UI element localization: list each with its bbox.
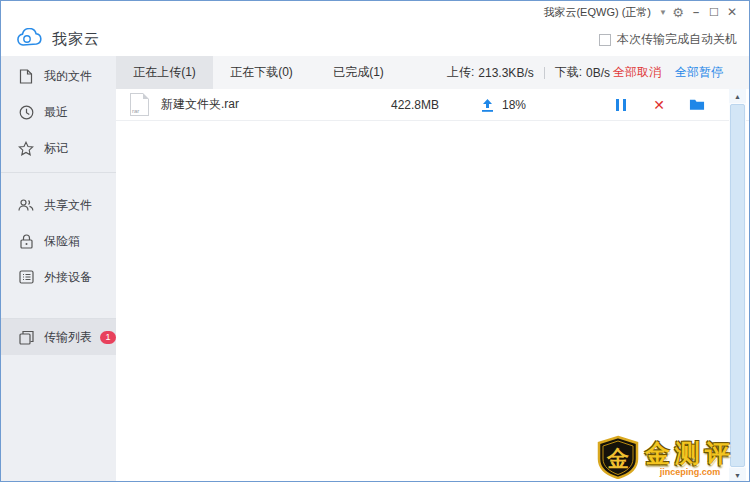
sidebar-item-shared-files[interactable]: 共享文件 bbox=[1, 187, 116, 223]
settings-gear-icon[interactable]: ⚙ bbox=[669, 4, 687, 20]
subheader: 我家云 本次传输完成自动关机 bbox=[1, 23, 749, 56]
upload-speed-value: 213.3KB/s bbox=[478, 66, 533, 80]
sidebar-item-label: 最近 bbox=[44, 104, 68, 121]
tab-label: 正在上传(1) bbox=[133, 64, 196, 81]
sidebar-item-label: 传输列表 bbox=[44, 329, 92, 346]
sidebar-item-my-files[interactable]: 我的文件 bbox=[1, 58, 116, 94]
transfer-list-icon bbox=[18, 329, 34, 345]
watermark-title: 金测评 bbox=[645, 437, 735, 470]
svg-text:金: 金 bbox=[606, 446, 629, 471]
cloud-logo-icon bbox=[16, 28, 43, 51]
clock-icon bbox=[18, 104, 34, 120]
tab-uploading[interactable]: 正在上传(1) bbox=[116, 56, 213, 89]
main-content: 正在上传(1) 正在下载(0) 已完成(1) 上传: 213.3KB/s 下载:… bbox=[116, 56, 749, 482]
transfer-count-badge: 1 bbox=[100, 331, 116, 344]
people-icon bbox=[18, 197, 34, 213]
star-icon bbox=[18, 140, 34, 156]
sidebar-item-starred[interactable]: 标记 bbox=[1, 130, 116, 166]
sidebar-group-shared: 共享文件 保险箱 外接设备 bbox=[1, 187, 116, 295]
tab-completed[interactable]: 已完成(1) bbox=[310, 56, 407, 89]
sidebar-item-label: 共享文件 bbox=[44, 197, 92, 214]
pause-icon bbox=[616, 99, 626, 111]
progress-percent: 18% bbox=[502, 98, 526, 112]
tab-label: 已完成(1) bbox=[333, 64, 384, 81]
logo-text: 我家云 bbox=[52, 30, 100, 49]
sidebar-item-recent[interactable]: 最近 bbox=[1, 94, 116, 130]
download-speed-value: 0B/s bbox=[586, 66, 610, 80]
watermark-shield-icon: 金 bbox=[595, 435, 641, 479]
sidebar-item-safe-box[interactable]: 保险箱 bbox=[1, 223, 116, 259]
sidebar-group-transfer: 传输列表 1 bbox=[1, 319, 116, 355]
sidebar-divider bbox=[1, 172, 116, 173]
open-folder-button[interactable] bbox=[689, 97, 705, 113]
upload-progress: 18% bbox=[481, 98, 526, 112]
title-dropdown-icon[interactable]: ▼ bbox=[657, 4, 669, 20]
app-window: 我家云(EQWG) (正常) ▼ ⚙ – ☐ ✕ 我家云 本次传输完成自动关机 bbox=[0, 0, 750, 482]
auto-shutdown-option[interactable]: 本次传输完成自动关机 bbox=[599, 31, 749, 48]
folder-icon bbox=[689, 98, 705, 111]
transfer-row[interactable]: rar 新建文件夹.rar 422.8MB 18% ✕ bbox=[116, 89, 749, 121]
checkbox-icon[interactable] bbox=[599, 34, 611, 46]
speed-separator bbox=[544, 67, 545, 79]
pause-button[interactable] bbox=[613, 97, 629, 113]
sidebar: 我的文件 最近 标记 bbox=[1, 56, 116, 482]
sidebar-item-label: 保险箱 bbox=[44, 233, 80, 250]
sidebar-item-label: 我的文件 bbox=[44, 68, 92, 85]
minimize-button[interactable]: – bbox=[687, 4, 705, 20]
titlebar: 我家云(EQWG) (正常) ▼ ⚙ – ☐ ✕ bbox=[1, 1, 749, 23]
device-list-icon bbox=[18, 269, 34, 285]
cancel-all-link[interactable]: 全部取消 bbox=[613, 64, 661, 81]
cancel-button[interactable]: ✕ bbox=[651, 97, 667, 113]
watermark-url: jinceping.com bbox=[660, 467, 721, 477]
file-icon-fold bbox=[143, 93, 149, 99]
sidebar-divider bbox=[1, 295, 116, 319]
file-name: 新建文件夹.rar bbox=[161, 96, 319, 113]
empty-list-area bbox=[116, 121, 749, 482]
scrollbar-thumb[interactable] bbox=[730, 104, 745, 467]
upload-arrow-icon bbox=[481, 98, 494, 112]
speed-indicators: 上传: 213.3KB/s 下载: 0B/s bbox=[447, 56, 610, 89]
download-speed-label: 下载: bbox=[555, 64, 582, 81]
app-logo: 我家云 bbox=[1, 28, 100, 51]
scroll-up-arrow-icon[interactable]: ▲ bbox=[729, 89, 746, 103]
upload-speed-label: 上传: bbox=[447, 64, 474, 81]
sidebar-item-external-devices[interactable]: 外接设备 bbox=[1, 259, 116, 295]
auto-shutdown-label: 本次传输完成自动关机 bbox=[617, 31, 737, 48]
sidebar-group-files: 我的文件 最近 标记 bbox=[1, 56, 116, 166]
row-actions: ✕ bbox=[613, 97, 705, 113]
watermark-text: 金测评 jinceping.com bbox=[645, 437, 735, 477]
file-ext-label: rar bbox=[132, 108, 139, 114]
lock-icon bbox=[18, 233, 34, 249]
sidebar-item-label: 标记 bbox=[44, 140, 68, 157]
maximize-button[interactable]: ☐ bbox=[705, 4, 723, 20]
sidebar-item-transfer-list[interactable]: 传输列表 1 bbox=[1, 319, 116, 355]
watermark: 金 金测评 jinceping.com bbox=[595, 435, 735, 479]
body: 我的文件 最近 标记 bbox=[1, 56, 749, 482]
file-size: 422.8MB bbox=[319, 98, 439, 112]
tab-downloading[interactable]: 正在下载(0) bbox=[213, 56, 310, 89]
sidebar-item-label: 外接设备 bbox=[44, 269, 92, 286]
file-icon bbox=[18, 68, 34, 84]
bulk-action-links: 全部取消 全部暂停 bbox=[613, 56, 749, 89]
close-button[interactable]: ✕ bbox=[723, 4, 741, 20]
tab-label: 正在下载(0) bbox=[230, 64, 293, 81]
transfer-tabbar: 正在上传(1) 正在下载(0) 已完成(1) 上传: 213.3KB/s 下载:… bbox=[116, 56, 749, 89]
window-title: 我家云(EQWG) (正常) bbox=[543, 5, 651, 20]
vertical-scrollbar[interactable]: ▲ ▼ bbox=[729, 89, 746, 482]
rar-file-icon: rar bbox=[130, 93, 149, 116]
pause-all-link[interactable]: 全部暂停 bbox=[675, 64, 723, 81]
